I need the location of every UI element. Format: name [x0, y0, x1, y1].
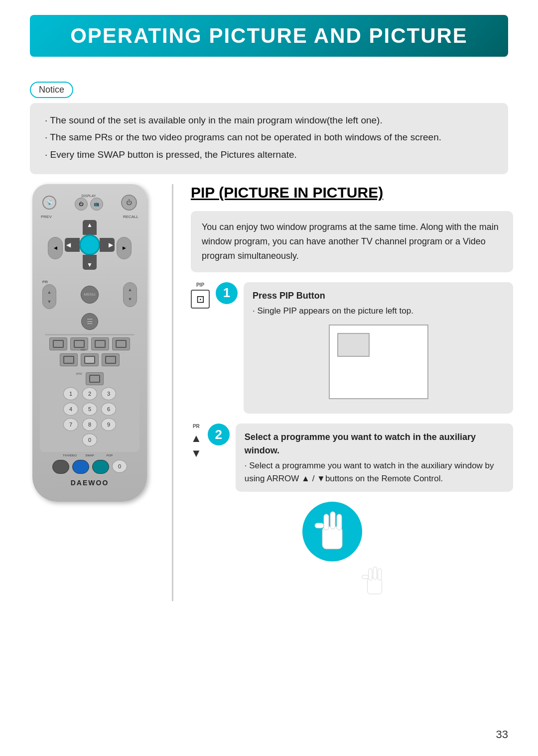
- pr-btn-right[interactable]: ▲ ▼: [123, 282, 137, 307]
- swap-label: SWAP: [81, 454, 98, 457]
- num-row-3: 7 8 9: [43, 418, 136, 431]
- bottom-btn-labels: TV/VIDEO SWAP POP: [40, 454, 139, 457]
- twopic-label: 2PIC: [76, 372, 82, 385]
- list-icon-btn[interactable]: ☰: [81, 313, 98, 330]
- page-title: OPERATING PICTURE AND PICTURE: [50, 24, 488, 48]
- divider-bar: [45, 334, 134, 335]
- svg-rect-2: [330, 512, 335, 529]
- pr-section: PR ▲ ▼ MENU ▲ ▼: [40, 280, 139, 309]
- brand-logo: DAEWOO: [40, 479, 139, 487]
- num-btn-2[interactable]: 2: [82, 387, 97, 400]
- step-2-content: Select a programme you want to watch in …: [236, 424, 513, 492]
- num-btn-9[interactable]: 9: [101, 418, 116, 431]
- func-btn-4[interactable]: [112, 337, 130, 350]
- num-btn-7[interactable]: 7: [63, 418, 78, 431]
- right-content: PIP (PICTURE IN PICTURE) You can enjoy t…: [191, 184, 513, 601]
- svg-rect-9: [362, 575, 368, 579]
- prev-label: PREV: [41, 215, 52, 219]
- num-btn-0-bottom[interactable]: 0: [112, 460, 127, 473]
- step2-main-text: Select a programme you want to watch in …: [245, 431, 504, 457]
- pop-label: POP: [101, 454, 118, 457]
- notice-badge: Notice: [30, 82, 73, 98]
- function-btn-row1: [40, 337, 139, 350]
- notice-item-1: · The sound of the set is available only…: [45, 113, 493, 128]
- step2-arrow-down-icon: ▼: [191, 447, 202, 460]
- step1-main-text: Press PIP Button: [253, 289, 504, 303]
- pip-small-screen: [337, 333, 370, 357]
- func-btn-1[interactable]: [49, 337, 67, 350]
- notice-item-2: · The same PRs or the two video programs…: [45, 130, 493, 145]
- num-btn-5[interactable]: 5: [82, 403, 97, 416]
- pip-btn[interactable]: [81, 353, 99, 366]
- pip-section-title: PIP (PICTURE IN PICTURE): [191, 184, 513, 201]
- func-btn-3[interactable]: [91, 337, 109, 350]
- number-pad: 2PIC 1 2 3 4 5 6 7 8 9: [40, 369, 139, 452]
- hand-shadow: [357, 561, 397, 601]
- pip-label-small: PIP: [81, 348, 86, 351]
- header-banner: OPERATING PICTURE AND PICTURE: [30, 15, 508, 57]
- notice-item-3: · Every time SWAP button is pressed, the…: [45, 147, 493, 162]
- num-btn-3[interactable]: 3: [101, 387, 116, 400]
- step1-pip-label: PIP: [196, 282, 204, 288]
- display-btn[interactable]: ⏻: [75, 198, 88, 211]
- dpad-left[interactable]: ◀: [65, 238, 80, 252]
- pip-diagram: [329, 324, 428, 399]
- num-row-1: 1 2 3: [43, 387, 136, 400]
- hand-circle: [302, 502, 362, 561]
- menu-btn[interactable]: MENU: [81, 286, 99, 304]
- svg-rect-8: [378, 569, 381, 580]
- dpad-up[interactable]: ▲: [83, 220, 97, 235]
- num-row-2: 4 5 6: [43, 403, 136, 416]
- svg-rect-1: [324, 514, 329, 530]
- step-1-row: PIP ⊡ 1 Press PIP Button · Single PIP ap…: [191, 282, 513, 414]
- prev-recall-labels: PREV RECALL: [40, 215, 139, 219]
- svg-rect-3: [337, 514, 342, 530]
- num-btn-1[interactable]: 1: [63, 387, 78, 400]
- step-1-number: 1: [216, 282, 238, 304]
- dpad: ▲ ◀ ▶ ▼: [65, 220, 115, 270]
- dpad-down[interactable]: ▼: [83, 255, 97, 270]
- pip-icon-box: ⊡: [191, 290, 210, 309]
- step-2-row: PR ▲ ▼ 2 Select a programme you want to …: [191, 424, 513, 492]
- tvvideo-btn[interactable]: [52, 460, 69, 474]
- dpad-center[interactable]: [79, 234, 100, 255]
- step1-detail-text: · Single PIP appears on the picture left…: [253, 305, 504, 318]
- pop-btn[interactable]: [92, 460, 109, 474]
- pr-label: PR: [42, 280, 56, 284]
- num-btn-4[interactable]: 4: [63, 403, 78, 416]
- recall-label: RECALL: [123, 215, 138, 219]
- svg-rect-4: [315, 523, 324, 528]
- num-btn-8[interactable]: 8: [82, 418, 97, 431]
- power-btn[interactable]: ⏻: [121, 195, 137, 211]
- step-2-number: 2: [208, 424, 230, 445]
- remote-section: 📡 DISPLAY ⏻ 📺 ⏻ PREV RECALL: [25, 184, 154, 601]
- page-number: 33: [496, 728, 508, 741]
- hand-illustration: [191, 502, 513, 601]
- remote-top-icons: 📡 DISPLAY ⏻ 📺 ⏻: [40, 194, 139, 211]
- display-btn2[interactable]: 📺: [90, 198, 103, 211]
- func-btn-5[interactable]: [60, 353, 78, 366]
- pr-btn-left[interactable]: ▲ ▼: [42, 284, 56, 309]
- func-btn-7[interactable]: [102, 353, 120, 366]
- step-1-content: Press PIP Button · Single PIP appears on…: [244, 282, 513, 414]
- svg-rect-6: [368, 569, 372, 580]
- twopic-btn[interactable]: [86, 372, 104, 385]
- svg-rect-7: [373, 567, 377, 579]
- left-side-btn[interactable]: ◀: [48, 237, 63, 259]
- step2-arrow-up-icon: ▲: [191, 432, 202, 445]
- num-btn-6[interactable]: 6: [101, 403, 116, 416]
- swap-btn[interactable]: [72, 460, 89, 474]
- step2-detail-text: · Select a programme you want to watch i…: [245, 459, 504, 485]
- menu-label: MENU: [84, 292, 96, 297]
- remote-body: 📡 DISPLAY ⏻ 📺 ⏻ PREV RECALL: [32, 184, 147, 502]
- bottom-btn-row: 0: [40, 460, 139, 474]
- step2-pr-icon: PR ▲ ▼: [191, 424, 202, 460]
- dpad-right[interactable]: ▶: [100, 238, 115, 252]
- list-btn-row: ☰: [40, 313, 139, 330]
- right-side-btn[interactable]: ▶: [117, 237, 132, 259]
- function-btn-row2: PIP: [40, 353, 139, 366]
- hand-icon: [310, 504, 355, 559]
- notice-box: · The sound of the set is available only…: [30, 103, 508, 174]
- num-btn-0[interactable]: 0: [82, 433, 97, 446]
- step2-pr-label: PR: [193, 424, 200, 429]
